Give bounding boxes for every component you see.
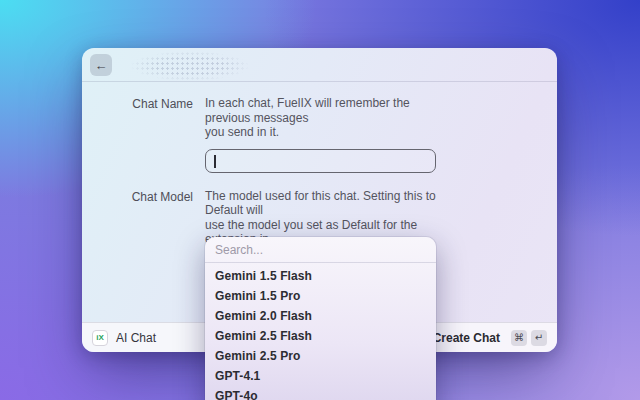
model-option[interactable]: Gemini 1.5 Pro <box>205 286 436 306</box>
chat-name-description: In each chat, FuelIX will remember the p… <box>205 96 436 140</box>
dropdown-search-row <box>205 237 436 263</box>
chat-name-label: Chat Name <box>82 96 193 173</box>
chat-model-label: Chat Model <box>82 189 193 290</box>
chat-name-input[interactable] <box>205 149 436 173</box>
back-button[interactable]: ← <box>90 54 112 76</box>
header-dot-texture <box>130 51 250 81</box>
model-option[interactable]: GPT-4o <box>205 386 436 400</box>
text-cursor <box>214 155 216 168</box>
back-arrow-icon: ← <box>95 58 108 73</box>
model-option[interactable]: Gemini 1.5 Flash <box>205 266 436 286</box>
model-options-list: Gemini 1.5 Flash Gemini 1.5 Pro Gemini 2… <box>205 263 436 400</box>
window-header: ← <box>82 48 557 82</box>
model-option[interactable]: Gemini 2.0 Flash <box>205 306 436 326</box>
model-option[interactable]: Gemini 2.5 Pro <box>205 346 436 366</box>
command-key-icon: ⌘ <box>511 330 527 346</box>
app-name: AI Chat <box>116 331 156 345</box>
fuelix-app-icon: iX <box>92 330 108 346</box>
model-option[interactable]: GPT-4.1 <box>205 366 436 386</box>
chat-name-row: Chat Name In each chat, FuelIX will reme… <box>82 96 557 173</box>
model-option[interactable]: Gemini 2.5 Flash <box>205 326 436 346</box>
return-key-icon: ↵ <box>531 330 547 346</box>
create-chat-button[interactable]: Create Chat <box>433 331 500 345</box>
dropdown-search-input[interactable] <box>215 243 426 257</box>
chat-model-dropdown: Gemini 1.5 Flash Gemini 1.5 Pro Gemini 2… <box>205 237 436 400</box>
